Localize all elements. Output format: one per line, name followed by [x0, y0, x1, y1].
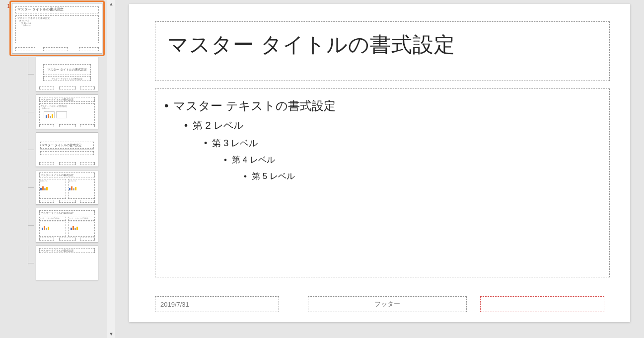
body-text-levels: マスター テキストの書式設定 第 2 レベル 第 3 レベル 第 4 レベル 第… [164, 98, 600, 182]
text-level-5: 第 5 レベル [244, 170, 600, 182]
layout-two-thumb-title: マスター タイトルの書式設定 [40, 173, 94, 177]
text-level-2: 第 2 レベル [184, 119, 600, 132]
scroll-up-icon[interactable]: ▲ [107, 0, 115, 8]
thumbnail-row-layout-title: マスター タイトルの書式設定 マスター サブタイトルの書式設定 [0, 57, 106, 91]
text-level-1: マスター テキストの書式設定 [164, 98, 600, 114]
thumbnail-column: 1 マスター タイトルの書式設定 マスター テキストの書式設定 第 2 レベル … [0, 2, 106, 280]
title-placeholder[interactable]: マスター タイトルの書式設定 [155, 21, 610, 81]
body-placeholder[interactable]: マスター テキストの書式設定 第 2 レベル 第 3 レベル 第 4 レベル 第… [155, 88, 610, 277]
thumbnail-master-index: 1 [5, 3, 11, 10]
text-level-3: 第 3 レベル [204, 137, 600, 149]
date-placeholder[interactable]: 2019/7/31 [155, 296, 279, 312]
thumbnail-row-layout-two-content: マスター タイトルの書式設定 第 2 レベル 第 2 レベル [0, 170, 106, 205]
slide-master-thumbnail-panel: 1 マスター タイトルの書式設定 マスター テキストの書式設定 第 2 レベル … [0, 0, 115, 338]
thumbnail-row-layout-title-only: マスター タイトルの書式設定 [0, 246, 106, 280]
layout-blank-thumb-title: マスター タイトルの書式設定 [40, 249, 94, 253]
master-thumb-title: マスター タイトルの書式設定 [16, 7, 98, 12]
thumbnail-row-layout-comparison: マスター タイトルの書式設定 マスター テキストの書式設定 マスター テキストの… [0, 208, 106, 243]
layout-content-thumb-title: マスター タイトルの書式設定 [40, 97, 94, 101]
thumbnail-slide-master[interactable]: マスター タイトルの書式設定 マスター テキストの書式設定 第 2 レベル 第 … [12, 3, 102, 54]
footer-placeholder-text: フッター [374, 300, 400, 309]
thumbnail-row-master: 1 マスター タイトルの書式設定 マスター テキストの書式設定 第 2 レベル … [0, 3, 106, 54]
thumbnail-row-layout-content: マスター タイトルの書式設定 マスター テキストの書式設定 第 2 レベル [0, 94, 106, 129]
master-thumb-l4: 第 4 レベル [23, 24, 97, 27]
slide-master-surface[interactable]: マスター タイトルの書式設定 マスター テキストの書式設定 第 2 レベル 第 … [129, 4, 630, 322]
layout-title-thumb-title: マスター タイトルの書式設定 [47, 68, 87, 72]
thumbnail-layout-title-only[interactable]: マスター タイトルの書式設定 [36, 246, 98, 280]
slide-editor-canvas[interactable]: マスター タイトルの書式設定 マスター テキストの書式設定 第 2 レベル 第 … [115, 0, 644, 338]
text-level-4: 第 4 レベル [224, 154, 600, 166]
thumbnail-layout-comparison[interactable]: マスター タイトルの書式設定 マスター テキストの書式設定 マスター テキストの… [36, 208, 98, 243]
slide-number-placeholder[interactable] [480, 296, 604, 312]
thumbnail-row-layout-section: マスター タイトルの書式設定 [0, 132, 106, 167]
layout-title-thumb-sub: マスター サブタイトルの書式設定 [52, 78, 82, 80]
thumbnail-layout-title-content[interactable]: マスター タイトルの書式設定 マスター テキストの書式設定 第 2 レベル [36, 94, 98, 129]
scroll-down-icon[interactable]: ▼ [107, 330, 115, 338]
footer-placeholder[interactable]: フッター [308, 296, 467, 312]
layout-cmp-thumb-title: マスター タイトルの書式設定 [40, 211, 94, 215]
thumbnail-layout-title-slide[interactable]: マスター タイトルの書式設定 マスター サブタイトルの書式設定 [36, 57, 98, 91]
title-placeholder-text: マスター タイトルの書式設定 [167, 31, 597, 59]
thumbnail-layout-section-header[interactable]: マスター タイトルの書式設定 [36, 132, 98, 167]
thumbnail-layout-two-content[interactable]: マスター タイトルの書式設定 第 2 レベル 第 2 レベル [36, 170, 98, 205]
thumbnail-scrollbar[interactable]: ▲ ▼ [107, 0, 115, 338]
layout-section-thumb-title: マスター タイトルの書式設定 [41, 143, 81, 147]
app-root: 1 マスター タイトルの書式設定 マスター テキストの書式設定 第 2 レベル … [0, 0, 644, 338]
date-placeholder-text: 2019/7/31 [160, 301, 189, 308]
